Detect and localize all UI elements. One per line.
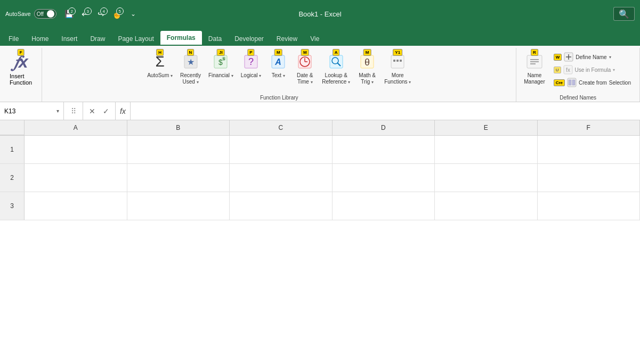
function-library-group-label: Function Library: [46, 93, 512, 102]
use-in-formula-button[interactable]: U fx Use in Formula ▾: [552, 64, 633, 76]
search-button[interactable]: 🔍: [613, 7, 635, 21]
logical-keytip: P: [247, 49, 254, 56]
redo-button[interactable]: ↪ 4: [94, 6, 109, 21]
spreadsheet-rows: 1 2 3: [0, 136, 640, 220]
col-header-f[interactable]: F: [538, 120, 641, 135]
cell-d3[interactable]: [333, 192, 435, 220]
lookup-keytip: A: [333, 49, 340, 56]
cell-f1[interactable]: [538, 136, 641, 163]
cell-d2[interactable]: [333, 164, 435, 192]
recently-used-button[interactable]: N ★ Recently Used ▾: [177, 50, 204, 87]
mathtrig-button[interactable]: M θ Math & Trig ▾: [354, 50, 380, 87]
function-library-label: [4, 99, 37, 102]
define-name-icon: [564, 52, 573, 62]
text-button[interactable]: M A Text ▾: [265, 50, 291, 81]
cell-a3[interactable]: [25, 192, 127, 220]
title-bar-right: 🔍: [613, 7, 635, 21]
toggle-knob: [47, 10, 54, 18]
tab-formulas[interactable]: Formulas: [160, 31, 202, 46]
recently-used-keytip: N: [187, 49, 195, 56]
touch-mode-button[interactable]: ☝ 5: [110, 6, 125, 21]
redo-badge: 4: [100, 7, 108, 15]
tab-view[interactable]: Vie: [304, 32, 326, 46]
define-names-section: W Define Name ▾ U fx Use in Formula: [549, 50, 635, 89]
ribbon-group-insert-function: F 𝑓x Insert Function: [0, 48, 42, 102]
tab-insert[interactable]: Insert: [55, 32, 84, 46]
select-all-button[interactable]: [0, 120, 25, 135]
tab-home[interactable]: Home: [25, 32, 55, 46]
autosave-toggle[interactable]: Off: [34, 9, 56, 19]
cancel-formula-button[interactable]: ✕: [86, 105, 98, 117]
formula-input[interactable]: [131, 102, 640, 120]
create-from-selection-button[interactable]: Cre Create from Selection: [552, 77, 633, 88]
define-name-arrow: ▾: [609, 55, 611, 60]
cell-c3[interactable]: [230, 192, 333, 220]
col-header-e[interactable]: E: [435, 120, 538, 135]
mathtrig-arrow: ▾: [371, 80, 374, 85]
svg-text:?: ?: [248, 56, 254, 67]
autosum-arrow: ▾: [171, 73, 173, 78]
more-functions-arrow: ▾: [409, 80, 411, 85]
ribbon-content: F 𝑓x Insert Function H Σ AutoSu: [0, 46, 640, 102]
tab-data[interactable]: Data: [202, 32, 228, 46]
tab-draw[interactable]: Draw: [84, 32, 111, 46]
cell-e2[interactable]: [435, 164, 538, 192]
cell-f2[interactable]: [538, 164, 641, 192]
cell-c2[interactable]: [230, 164, 333, 192]
row-header-1[interactable]: 1: [0, 136, 25, 163]
cell-d1[interactable]: [333, 136, 435, 163]
more-functions-keytip: Y1: [393, 49, 402, 56]
col-header-a[interactable]: A: [25, 120, 127, 135]
confirm-formula-button[interactable]: ✓: [100, 105, 112, 117]
cell-b2[interactable]: [127, 164, 230, 192]
function-library-items: H Σ AutoSum ▾ N ★ Re: [144, 48, 414, 93]
row-header-3[interactable]: 3: [0, 192, 25, 220]
name-manager-button[interactable]: R Name Manager: [521, 50, 548, 87]
save-button[interactable]: 💾 2: [62, 6, 77, 21]
cell-e3[interactable]: [435, 192, 538, 220]
more-functions-button[interactable]: Y1 More Functions ▾: [381, 50, 414, 87]
col-header-c[interactable]: C: [230, 120, 333, 135]
define-name-keytip: W: [554, 54, 562, 61]
cell-f3[interactable]: [538, 192, 641, 220]
table-row: 3: [0, 192, 640, 220]
col-header-b[interactable]: B: [127, 120, 230, 135]
table-row: 1: [0, 136, 640, 164]
logical-arrow: ▾: [259, 73, 261, 78]
lookup-arrow: ▾: [348, 80, 350, 85]
logical-button[interactable]: P ? Logical ▾: [238, 50, 264, 81]
financial-button[interactable]: JI $ $ Financial ▾: [205, 50, 237, 81]
more-quick-access-button[interactable]: ⌄: [126, 6, 141, 21]
datetime-button[interactable]: M Date & Time ▾: [292, 50, 318, 87]
tab-file[interactable]: File: [2, 32, 25, 46]
save-badge: 2: [68, 7, 76, 15]
tab-developer[interactable]: Developer: [228, 32, 270, 46]
cell-b1[interactable]: [127, 136, 230, 163]
row-header-2[interactable]: 2: [0, 164, 25, 192]
col-header-d[interactable]: D: [333, 120, 435, 135]
name-box[interactable]: K13 ▾: [0, 102, 64, 120]
svg-text:fx: fx: [566, 67, 570, 73]
insert-function-bar-button[interactable]: fx: [116, 102, 131, 120]
text-arrow: ▾: [283, 73, 285, 78]
insert-function-button[interactable]: F 𝑓x Insert Function: [4, 50, 37, 88]
cell-e1[interactable]: [435, 136, 538, 163]
svg-text:★: ★: [187, 57, 195, 67]
create-from-selection-icon: [567, 78, 577, 87]
cell-c1[interactable]: [230, 136, 333, 163]
lookup-button[interactable]: A Lookup & Reference ▾: [319, 50, 353, 87]
define-name-button[interactable]: W Define Name ▾: [552, 51, 633, 63]
undo-button[interactable]: ↩ 3: [78, 6, 93, 21]
name-box-dropdown-arrow[interactable]: ▾: [56, 108, 59, 114]
cell-a2[interactable]: [25, 164, 127, 192]
autosave-label: AutoSave: [5, 11, 31, 17]
tab-review[interactable]: Review: [270, 32, 304, 46]
autosum-button[interactable]: H Σ AutoSum ▾: [144, 50, 176, 81]
column-headers: A B C D E F: [0, 120, 640, 136]
cell-b3[interactable]: [127, 192, 230, 220]
cell-a1[interactable]: [25, 136, 127, 163]
use-in-formula-icon: fx: [563, 65, 573, 75]
tab-pagelayout[interactable]: Page Layout: [111, 32, 160, 46]
spreadsheet: A B C D E F 1 2 3: [0, 120, 640, 220]
svg-text:θ: θ: [364, 57, 370, 68]
